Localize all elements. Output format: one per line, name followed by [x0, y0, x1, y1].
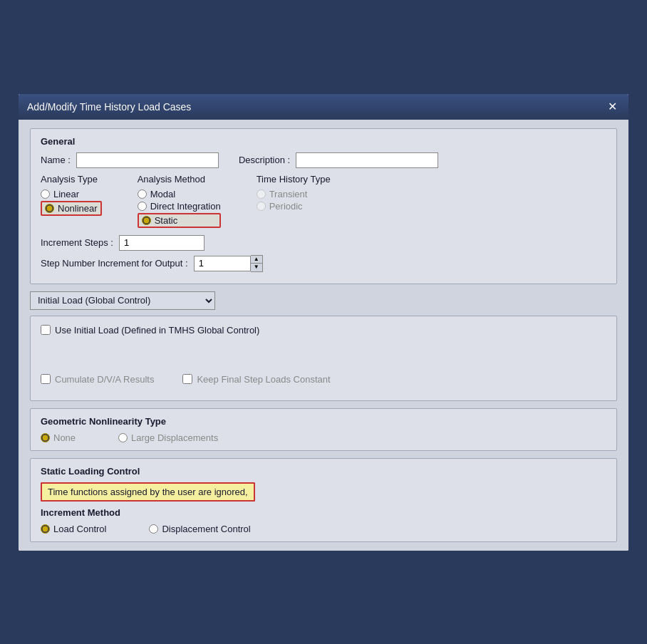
radio-transient: Transient: [257, 189, 331, 199]
radio-linear-label: Linear: [53, 189, 79, 199]
radio-nonlinear-label: Nonlinear: [58, 203, 98, 214]
initial-load-dropdown-section: Initial Load (Global Control) None: [30, 291, 617, 310]
radio-large-displacements-label: Large Displacements: [131, 432, 218, 443]
main-dialog: Add/Modify Time History Load Cases ✕ Gen…: [17, 93, 630, 552]
spinner-down-button[interactable]: ▼: [251, 264, 262, 271]
radio-direct-integration[interactable]: Direct Integration: [138, 201, 221, 212]
name-label: Name :: [41, 155, 71, 165]
step-number-spinner: ▲ ▼: [194, 255, 263, 272]
radio-nonlinear[interactable]: Nonlinear: [41, 201, 102, 216]
radio-none[interactable]: None: [41, 432, 76, 443]
radio-modal[interactable]: Modal: [138, 189, 221, 199]
keep-final-label: Keep Final Step Loads Constant: [197, 374, 330, 385]
radio-modal-label: Modal: [150, 189, 175, 199]
description-label: Description :: [239, 155, 290, 165]
radio-transient-input: [257, 189, 266, 199]
geometric-nonlinearity-label: Geometric Nonlinearity Type: [41, 416, 606, 427]
radio-periodic-input: [257, 202, 266, 211]
static-loading-section: Static Loading Control Time functions as…: [30, 458, 617, 542]
radio-load-control-input[interactable]: [41, 524, 50, 534]
cumulate-checkbox-row[interactable]: Cumulate D/V/A Results: [41, 374, 154, 385]
name-input[interactable]: [76, 152, 219, 168]
analysis-columns: Analysis Type Linear Nonlinear Analysis …: [41, 174, 606, 228]
radio-static-label: Static: [155, 215, 178, 226]
radio-modal-input[interactable]: [138, 189, 147, 199]
radio-displacement-control-label: Displacement Control: [162, 524, 250, 534]
increment-method-label: Increment Method: [41, 507, 606, 518]
spacer: [41, 340, 606, 368]
radio-linear[interactable]: Linear: [41, 189, 102, 199]
radio-displacement-control-input[interactable]: [149, 524, 158, 534]
cumulate-checkbox[interactable]: [41, 374, 51, 384]
radio-direct-integration-label: Direct Integration: [150, 201, 221, 212]
geometric-nonlinearity-section: Geometric Nonlinearity Type None Large D…: [30, 408, 617, 451]
radio-large-displacements-input[interactable]: [118, 433, 128, 442]
radio-none-input[interactable]: [41, 433, 50, 442]
analysis-method-col: Analysis Method Modal Direct Integration…: [138, 174, 221, 228]
analysis-type-col: Analysis Type Linear Nonlinear: [41, 174, 102, 216]
dialog-body: General Name : Description : Analysis Ty…: [19, 120, 628, 551]
increment-steps-input[interactable]: [119, 235, 205, 251]
radio-direct-integration-input[interactable]: [138, 202, 147, 211]
increment-method-row: Load Control Displacement Control: [41, 524, 606, 534]
close-button[interactable]: ✕: [605, 100, 620, 114]
step-number-label: Step Number Increment for Output :: [41, 258, 188, 269]
use-initial-load-label: Use Initial Load (Defined in TMHS Global…: [55, 325, 259, 336]
time-history-type-col: Time History Type Transient Periodic: [257, 174, 331, 212]
radio-periodic-label: Periodic: [269, 201, 303, 212]
radio-nonlinear-input[interactable]: [45, 204, 54, 213]
description-input[interactable]: [296, 152, 438, 168]
radio-large-displacements[interactable]: Large Displacements: [118, 432, 218, 443]
spinner-up-button[interactable]: ▲: [251, 256, 262, 264]
analysis-method-label: Analysis Method: [138, 174, 221, 185]
radio-none-label: None: [53, 432, 76, 443]
radio-static-input[interactable]: [142, 216, 151, 225]
use-initial-load-checkbox-row[interactable]: Use Initial Load (Defined in TMHS Global…: [41, 325, 606, 336]
title-bar: Add/Modify Time History Load Cases ✕: [19, 94, 628, 120]
radio-transient-label: Transient: [269, 189, 308, 199]
increment-section: Increment Steps : Step Number Increment …: [41, 235, 606, 272]
radio-load-control-label: Load Control: [53, 524, 106, 534]
radio-periodic: Periodic: [257, 201, 331, 212]
increment-steps-row: Increment Steps :: [41, 235, 606, 251]
cumulate-label: Cumulate D/V/A Results: [55, 374, 154, 385]
initial-load-dropdown[interactable]: Initial Load (Global Control) None: [30, 291, 215, 310]
analysis-type-label: Analysis Type: [41, 174, 102, 185]
radio-static[interactable]: Static: [138, 213, 221, 228]
step-number-row: Step Number Increment for Output : ▲ ▼: [41, 255, 606, 272]
geometric-options-row: None Large Displacements: [41, 432, 606, 443]
options-checkboxes: Cumulate D/V/A Results Keep Final Step L…: [41, 374, 606, 389]
dialog-title: Add/Modify Time History Load Cases: [27, 101, 191, 113]
name-description-row: Name : Description :: [41, 152, 606, 168]
time-history-type-label: Time History Type: [257, 174, 331, 185]
initial-load-section: Use Initial Load (Defined in TMHS Global…: [30, 316, 617, 401]
radio-displacement-control[interactable]: Displacement Control: [149, 524, 250, 534]
radio-linear-input[interactable]: [41, 189, 50, 199]
radio-load-control[interactable]: Load Control: [41, 524, 106, 534]
keep-final-checkbox-row[interactable]: Keep Final Step Loads Constant: [182, 374, 330, 385]
use-initial-load-checkbox[interactable]: [41, 325, 51, 335]
step-number-input[interactable]: [194, 256, 251, 271]
general-section-label: General: [41, 136, 606, 147]
general-section: General Name : Description : Analysis Ty…: [30, 128, 617, 284]
spinner-buttons: ▲ ▼: [251, 255, 263, 272]
warning-box: Time functions assigned by the user are …: [41, 482, 255, 502]
keep-final-checkbox[interactable]: [182, 374, 192, 384]
static-loading-label: Static Loading Control: [41, 466, 606, 477]
increment-steps-label: Increment Steps :: [41, 237, 113, 248]
